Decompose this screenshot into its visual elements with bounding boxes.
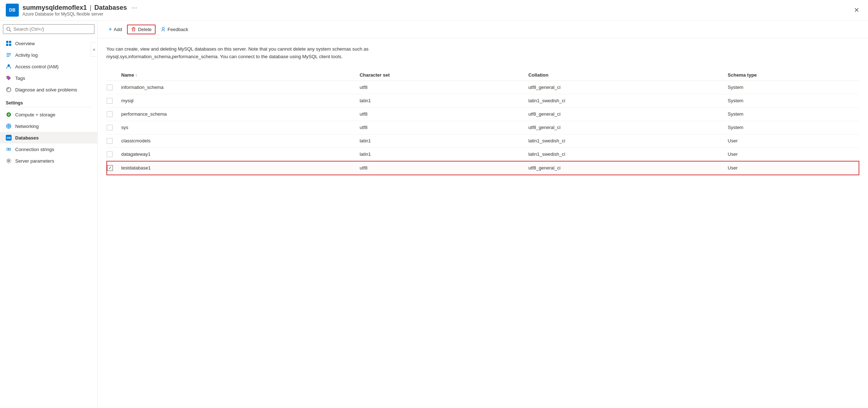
col-name-header[interactable]: Name ↑	[121, 69, 360, 81]
col-charset-header: Character set	[360, 69, 528, 81]
sidebar-item-activity-log[interactable]: Activity log	[0, 49, 97, 61]
sort-arrow: ↑	[135, 73, 137, 77]
activity-log-icon	[6, 52, 12, 58]
row-checkbox-cell[interactable]	[107, 107, 121, 121]
table-row[interactable]: ✓testdatabase1utf8utf8_general_ciUser	[107, 161, 859, 175]
row-charset: utf8	[360, 161, 528, 175]
sidebar-collapse-button[interactable]: «	[90, 42, 98, 57]
search-box[interactable]	[3, 24, 94, 34]
content-body: You can create, view and deleting MySQL …	[98, 38, 868, 408]
sidebar-item-server-parameters[interactable]: Server parameters	[0, 155, 97, 167]
svg-rect-3	[9, 41, 11, 43]
sidebar-label-diagnose: Diagnose and solve problems	[15, 87, 77, 93]
sidebar-item-iam[interactable]: Access control (IAM)	[0, 61, 97, 72]
table-row[interactable]: sysutf8utf8_general_ciSystem	[107, 121, 859, 134]
feedback-button[interactable]: Feedback	[157, 25, 192, 34]
svg-rect-8	[7, 56, 9, 57]
row-checkbox-cell[interactable]	[107, 134, 121, 147]
row-schema-type: System	[728, 81, 859, 94]
row-collation: utf8_general_ci	[528, 107, 728, 121]
row-checkbox-cell[interactable]: ✓	[107, 161, 121, 175]
svg-point-11	[7, 87, 11, 92]
feedback-icon	[161, 27, 166, 32]
row-collation: utf8_general_ci	[528, 81, 728, 94]
checkbox[interactable]: ✓	[107, 165, 113, 171]
sidebar-item-overview[interactable]: Overview	[0, 38, 97, 49]
checkbox[interactable]	[107, 98, 113, 104]
server-parameters-icon	[6, 158, 12, 164]
subtitle: Azure Database for MySQL flexible server	[22, 12, 137, 17]
svg-rect-7	[7, 55, 11, 55]
table-row[interactable]: classicmodelslatin1latin1_swedish_ciUser	[107, 134, 859, 147]
row-collation: latin1_swedish_ci	[528, 134, 728, 147]
sidebar-item-databases[interactable]: DB Databases	[0, 132, 97, 143]
delete-button[interactable]: Delete	[127, 25, 156, 34]
search-icon	[6, 27, 11, 32]
table-container: Name ↑ Character set Collation Schema ty…	[106, 69, 859, 175]
row-schema-type: User	[728, 161, 859, 175]
add-button[interactable]: + Add	[105, 24, 126, 34]
databases-table: Name ↑ Character set Collation Schema ty…	[106, 69, 859, 175]
table-row[interactable]: information_schemautf8utf8_general_ciSys…	[107, 81, 859, 94]
sidebar-label-server-parameters: Server parameters	[15, 158, 54, 164]
row-collation: utf8_general_ci	[528, 121, 728, 134]
search-input[interactable]	[13, 26, 91, 32]
title-separator: |	[90, 4, 92, 12]
row-checkbox-cell[interactable]	[107, 94, 121, 107]
row-checkbox-cell[interactable]	[107, 81, 121, 94]
sidebar-item-networking[interactable]: Networking	[0, 120, 97, 132]
sidebar-label-connection-strings: Connection strings	[15, 147, 54, 152]
row-name: testdatabase1	[121, 161, 360, 175]
sidebar-label-activity-log: Activity log	[15, 52, 38, 58]
checkbox[interactable]	[107, 151, 113, 157]
sidebar-item-compute-storage[interactable]: Compute + storage	[0, 109, 97, 120]
sidebar-scroll: Overview Activity log Access control (IA…	[0, 38, 97, 408]
content-area: + Add Delete Feedback You can create, vi…	[98, 21, 868, 408]
delete-icon	[131, 27, 136, 32]
checkbox[interactable]	[107, 111, 113, 117]
table-row[interactable]: datagateway1latin1latin1_swedish_ciUser	[107, 147, 859, 161]
checkbox[interactable]	[107, 85, 113, 90]
row-charset: latin1	[360, 94, 528, 107]
sidebar-label-networking: Networking	[15, 124, 39, 129]
table-row[interactable]: performance_schemautf8utf8_general_ciSys…	[107, 107, 859, 121]
checkbox[interactable]	[107, 125, 113, 130]
settings-section-label: Settings	[0, 95, 97, 107]
svg-rect-22	[133, 27, 134, 28]
sidebar-label-tags: Tags	[15, 76, 25, 81]
row-schema-type: User	[728, 147, 859, 161]
checkbox[interactable]	[107, 138, 113, 144]
sidebar-item-connection-strings[interactable]: Connection strings	[0, 143, 97, 155]
row-name: classicmodels	[121, 134, 360, 147]
col-schema-type-header: Schema type	[728, 69, 859, 81]
sidebar-label-iam: Access control (IAM)	[15, 64, 59, 69]
row-name: datagateway1	[121, 147, 360, 161]
sidebar: « Overview Activity log Access control (…	[0, 21, 98, 408]
table-row[interactable]: mysqllatin1latin1_swedish_ciSystem	[107, 94, 859, 107]
row-checkbox-cell[interactable]	[107, 121, 121, 134]
svg-point-20	[8, 160, 10, 162]
page-title: Databases	[94, 4, 127, 12]
svg-rect-4	[6, 44, 8, 46]
row-charset: latin1	[360, 147, 528, 161]
diagnose-icon	[6, 87, 12, 93]
databases-icon: DB	[6, 135, 12, 141]
connection-strings-icon	[6, 146, 12, 152]
close-button[interactable]: ✕	[851, 5, 862, 16]
more-icon[interactable]: ⋯	[131, 4, 137, 11]
networking-icon	[6, 123, 12, 129]
svg-point-10	[8, 77, 8, 78]
overview-icon	[6, 40, 12, 46]
add-icon: +	[109, 26, 112, 33]
delete-label: Delete	[138, 27, 152, 32]
row-charset: utf8	[360, 81, 528, 94]
toolbar: + Add Delete Feedback	[98, 21, 868, 38]
row-name: mysql	[121, 94, 360, 107]
row-checkbox-cell[interactable]	[107, 147, 121, 161]
row-name: information_schema	[121, 81, 360, 94]
sidebar-item-diagnose[interactable]: Diagnose and solve problems	[0, 84, 97, 95]
svg-line-1	[10, 30, 11, 31]
svg-point-25	[162, 27, 164, 30]
sidebar-item-tags[interactable]: Tags	[0, 72, 97, 84]
row-charset: latin1	[360, 134, 528, 147]
